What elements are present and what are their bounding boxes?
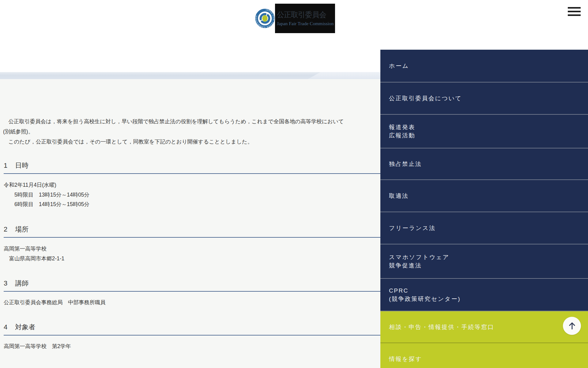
section-title: 場所	[15, 224, 28, 234]
nav-item-label: 取適法	[389, 192, 588, 200]
section-number: 1	[4, 161, 7, 170]
nav-item-label: 相談・申告・情報提供・手続等窓口	[389, 323, 588, 331]
nav-item-home[interactable]: ホーム	[380, 50, 588, 82]
section-body-place: 高岡第一高等学校 富山県高岡市本郷2-1-1	[4, 244, 64, 263]
section-number: 2	[4, 224, 7, 234]
jftc-emblem-panel: JAPAN FAIR TRADE COMMISSION	[255, 4, 275, 33]
intro-paragraph: 公正取引委員会は，将来を担う高校生に対し，早い段階で独占禁止法の役割を理解しても…	[3, 117, 344, 147]
hamburger-bar	[568, 14, 581, 16]
section-title: 講師	[15, 278, 28, 288]
nav-item-freelance-act[interactable]: フリーランス法	[380, 212, 588, 244]
nav-item-label: 競争促進法	[389, 261, 588, 270]
logo-subtitle-en: Japan Fair Trade Commission	[277, 21, 334, 26]
body-line: 令和2年11月4日(水曜)	[4, 180, 89, 190]
body-line: 公正取引委員会事務総局 中部事務所職員	[4, 298, 106, 308]
nav-item-antimonopoly-act[interactable]: 独占禁止法	[380, 148, 588, 179]
hamburger-bar	[568, 11, 581, 12]
nav-drawer: ホーム 公正取引委員会について 報道発表 広報活動 独占禁止法 取適法 フリーラ…	[380, 50, 588, 368]
nav-item-about-jftc[interactable]: 公正取引委員会について	[380, 82, 588, 114]
logo-title-jp: 公正取引委員会	[277, 10, 334, 19]
nav-item-label: 広報活動	[389, 131, 588, 140]
body-line: 高岡第一高等学校	[4, 244, 64, 254]
nav-item-smartphone-software-act[interactable]: スマホソフトウェア 競争促進法	[380, 244, 588, 278]
section-body-lecturer: 公正取引委員会事務総局 中部事務所職員	[4, 298, 106, 308]
jftc-page: JAPAN FAIR TRADE COMMISSION 公正取引委員会 Japa…	[0, 0, 588, 368]
section-title: 対象者	[15, 322, 35, 332]
scroll-to-top-button[interactable]	[563, 317, 581, 335]
section-title: 日時	[15, 161, 28, 170]
nav-item-label: 報道発表	[389, 123, 588, 131]
section-number: 4	[4, 322, 7, 332]
section-body-datetime: 令和2年11月4日(水曜) 5時限目 13時15分～14時05分 6時限目 14…	[4, 180, 89, 209]
nav-item-press-pr[interactable]: 報道発表 広報活動	[380, 114, 588, 148]
intro-line: 公正取引委員会は，将来を担う高校生に対し，早い段階で独占禁止法の役割を理解しても…	[3, 117, 344, 127]
intro-line: (別紙参照)。	[3, 127, 344, 137]
body-line: 富山県高岡市本郷2-1-1	[4, 254, 64, 264]
nav-item-subcontract-act[interactable]: 取適法	[380, 179, 588, 212]
jftc-emblem-icon: JAPAN FAIR TRADE COMMISSION	[255, 8, 275, 29]
intro-line: このたび，公正取引委員会では，その一環として，同教室を下記のとおり開催することと…	[3, 137, 344, 147]
nav-item-consultation-window[interactable]: 相談・申告・情報提供・手続等窓口	[380, 311, 588, 343]
nav-item-label: 独占禁止法	[389, 160, 588, 168]
body-line: 6時限目 14時15分～15時05分	[4, 200, 89, 209]
site-logo[interactable]: JAPAN FAIR TRADE COMMISSION 公正取引委員会 Japa…	[255, 4, 333, 33]
nav-item-label: ホーム	[389, 62, 588, 70]
nav-item-cprc[interactable]: CPRC (競争政策研究センター)	[380, 278, 588, 311]
nav-item-label: スマホソフトウェア	[389, 253, 588, 261]
nav-item-find-information[interactable]: 情報を探す	[380, 343, 588, 368]
nav-item-label: CPRC	[389, 286, 588, 295]
nav-item-label: (競争政策研究センター)	[389, 295, 588, 303]
body-line: 高岡第一高等学校 第2学年	[4, 342, 71, 351]
nav-item-label: 情報を探す	[389, 355, 588, 363]
nav-item-label: フリーランス法	[389, 224, 588, 232]
body-line: 5時限目 13時15分～14時05分	[4, 190, 89, 200]
nav-item-label: 公正取引委員会について	[389, 94, 588, 102]
section-body-audience: 高岡第一高等学校 第2学年	[4, 342, 71, 351]
hamburger-bar	[568, 7, 581, 9]
arrow-up-icon	[567, 321, 577, 331]
section-number: 3	[4, 278, 7, 288]
hamburger-icon[interactable]	[568, 7, 581, 16]
logo-text-panel: 公正取引委員会 Japan Fair Trade Commission	[275, 4, 335, 33]
